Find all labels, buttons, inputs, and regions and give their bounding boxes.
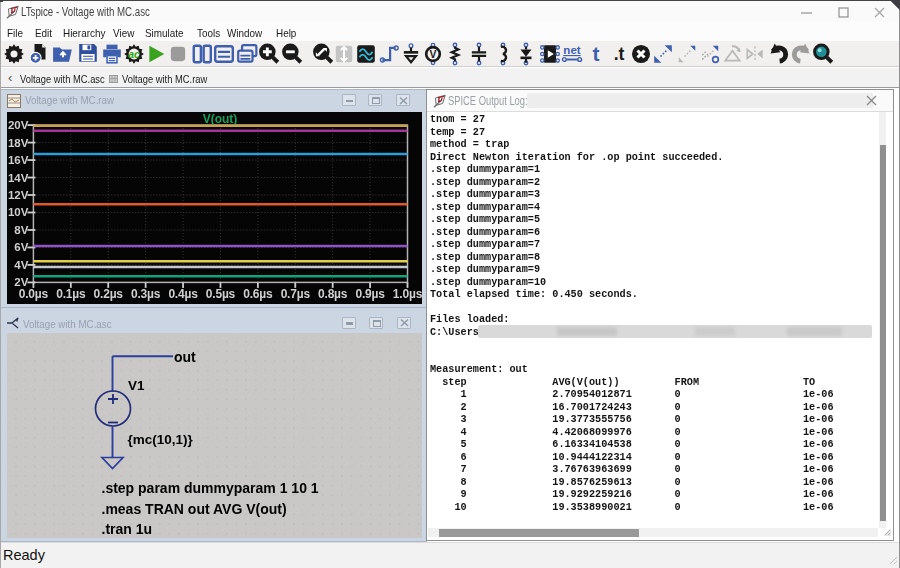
svg-text:0.2µs: 0.2µs [94,287,124,301]
svg-text:16V: 16V [8,154,29,166]
svg-text:14V: 14V [8,172,29,184]
svg-text:12V: 12V [8,189,29,201]
svg-text:0.6µs: 0.6µs [243,287,273,301]
svg-text:0.3µs: 0.3µs [131,287,161,301]
svg-text:8V: 8V [14,224,28,236]
svg-text:0.7µs: 0.7µs [281,287,311,301]
svg-text:out: out [174,349,196,365]
svg-text:0.0µs: 0.0µs [19,287,49,301]
svg-text:.step param dummyparam 1 10 1: .step param dummyparam 1 10 1 [102,480,319,496]
svg-text:4V: 4V [14,259,28,271]
svg-text:0.5µs: 0.5µs [206,287,236,301]
svg-text:net: net [563,44,580,56]
svg-text:V(out): V(out) [203,112,238,126]
svg-text:.meas TRAN out AVG V(out): .meas TRAN out AVG V(out) [102,501,287,517]
svg-text:t: t [593,42,600,65]
svg-text:1.0µs: 1.0µs [393,287,422,301]
svg-text:6V: 6V [14,241,28,253]
svg-text:18V: 18V [8,137,29,149]
svg-text:0.8µs: 0.8µs [318,287,348,301]
svg-text:20V: 20V [8,119,29,131]
svg-text:V1: V1 [128,378,145,393]
svg-text:ac: ac [128,49,140,60]
svg-text:.tran 1u: .tran 1u [102,521,153,537]
svg-text:.t: .t [614,44,625,64]
svg-text:V: V [430,49,437,60]
svg-text:0.1µs: 0.1µs [56,287,86,301]
svg-text:0.4µs: 0.4µs [168,287,198,301]
svg-text:0.9µs: 0.9µs [355,287,385,301]
svg-text:10V: 10V [8,206,29,218]
svg-text:{mc(10,1)}: {mc(10,1)} [128,432,194,447]
